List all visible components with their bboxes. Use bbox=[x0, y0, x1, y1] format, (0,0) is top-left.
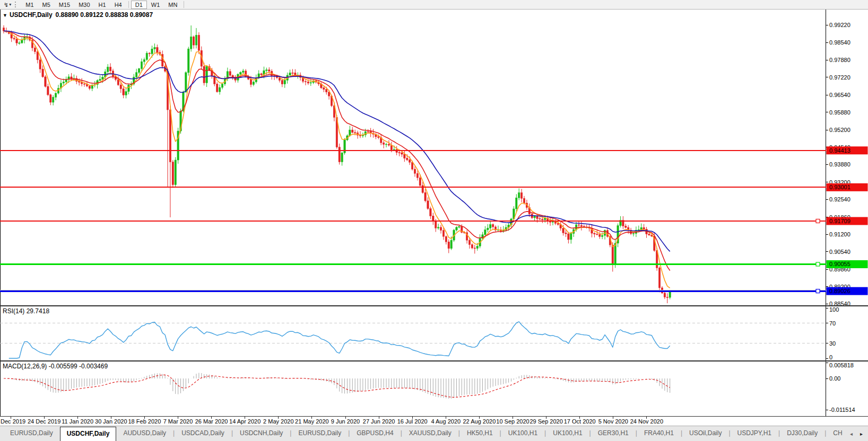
svg-text:0.93880: 0.93880 bbox=[829, 161, 850, 167]
svg-text:0.92540: 0.92540 bbox=[829, 196, 850, 202]
chevron-down-icon[interactable]: ▾ bbox=[9, 2, 13, 7]
svg-text:16 Jul 2020: 16 Jul 2020 bbox=[397, 418, 428, 425]
tab-scroll-arrows: ◂ ▸ bbox=[843, 427, 868, 441]
tab-uk100-h1[interactable]: UK100,H1 bbox=[501, 426, 544, 441]
svg-text:5 Dec 2019: 5 Dec 2019 bbox=[0, 418, 25, 425]
toolbar-separator bbox=[128, 1, 129, 8]
svg-text:0: 0 bbox=[829, 354, 832, 360]
svg-text:0.88540: 0.88540 bbox=[829, 301, 850, 305]
svg-text:30 Jan 2020: 30 Jan 2020 bbox=[95, 418, 127, 425]
svg-text:-0.011514: -0.011514 bbox=[829, 407, 855, 413]
svg-text:0.97220: 0.97220 bbox=[829, 74, 850, 81]
svg-text:0.95880: 0.95880 bbox=[829, 109, 850, 116]
timeframe-button-d1[interactable]: D1 bbox=[131, 1, 147, 9]
rsi-canvas[interactable]: 10070300 bbox=[0, 306, 868, 360]
svg-text:5 Nov 2020: 5 Nov 2020 bbox=[598, 418, 628, 425]
timeframe-button-m1[interactable]: M1 bbox=[21, 1, 38, 9]
tab-usdcnh-daily[interactable]: USDCNH,Daily bbox=[233, 426, 290, 441]
svg-text:7 Mar 2020: 7 Mar 2020 bbox=[163, 418, 193, 425]
tab-xauusd-daily[interactable]: XAUUSD,Daily bbox=[402, 426, 458, 441]
cursor-tool-icon[interactable]: ↯ bbox=[2, 1, 9, 9]
rsi-panel[interactable]: 10070300 RSI(14) 29.7418 bbox=[0, 306, 868, 361]
mt4-window: ↯ ▾ M1M5M15M30H1H4D1W1MN 0.992200.985400… bbox=[0, 0, 868, 441]
ohlc-values: 0.88890 0.89122 0.88838 0.89087 bbox=[56, 11, 153, 19]
toolbar-grip-handle[interactable] bbox=[15, 2, 18, 7]
svg-text:24 Dec 2019: 24 Dec 2019 bbox=[28, 418, 60, 425]
tab-uk100-h1[interactable]: UK100,H1 bbox=[546, 426, 589, 441]
svg-text:0.99220: 0.99220 bbox=[829, 22, 850, 28]
svg-text:70: 70 bbox=[829, 320, 836, 327]
chart-tabs: EURUSD,DailyUSDCHF,DailyAUDUSD,Daily|USD… bbox=[3, 426, 868, 441]
svg-text:9 Jun 2020: 9 Jun 2020 bbox=[331, 418, 360, 425]
chart-title: ▼USDCHF,Daily0.88890 0.89122 0.88838 0.8… bbox=[3, 11, 153, 19]
date-axis: 5 Dec 201924 Dec 201911 Jan 202030 Jan 2… bbox=[0, 417, 868, 426]
tab-scroll-right-icon[interactable]: ▸ bbox=[860, 431, 863, 437]
svg-text:10 Sep 2020: 10 Sep 2020 bbox=[496, 418, 529, 425]
timeframe-button-h4[interactable]: H4 bbox=[110, 1, 126, 9]
tab-eurusd-daily[interactable]: EURUSD,Daily bbox=[3, 426, 60, 441]
svg-text:0.96540: 0.96540 bbox=[829, 92, 850, 98]
tab-usdcad-daily[interactable]: USDCAD,Daily bbox=[175, 426, 231, 441]
macd-canvas[interactable]: 0.0058180.00-0.011514 bbox=[0, 361, 868, 416]
svg-text:0.90055: 0.90055 bbox=[829, 261, 850, 267]
svg-text:0.91709: 0.91709 bbox=[829, 218, 850, 224]
svg-text:21 May 2020: 21 May 2020 bbox=[295, 418, 329, 425]
svg-text:100: 100 bbox=[829, 306, 839, 313]
svg-text:24 Nov 2020: 24 Nov 2020 bbox=[630, 418, 663, 425]
tab-usdjpy-h1[interactable]: USDJPY,H1 bbox=[731, 426, 778, 441]
svg-text:22 Aug 2020: 22 Aug 2020 bbox=[463, 418, 496, 425]
macd-panel[interactable]: 0.0058180.00-0.011514 MACD(12,26,9) -0.0… bbox=[0, 361, 868, 417]
timeframe-toolbar: ↯ ▾ M1M5M15M30H1H4D1W1MN bbox=[0, 0, 868, 10]
svg-text:4 Aug 2020: 4 Aug 2020 bbox=[431, 418, 461, 425]
svg-text:0.98540: 0.98540 bbox=[829, 39, 850, 46]
timeframe-button-w1[interactable]: W1 bbox=[147, 1, 164, 9]
svg-text:0.94413: 0.94413 bbox=[829, 147, 850, 154]
svg-text:0.95200: 0.95200 bbox=[829, 127, 850, 133]
svg-text:14 Apr 2020: 14 Apr 2020 bbox=[229, 418, 261, 425]
tab-eurusd-daily[interactable]: EURUSD,Daily bbox=[291, 426, 348, 441]
svg-text:11 Jan 2020: 11 Jan 2020 bbox=[62, 418, 93, 425]
symbol-period-label: USDCHF,Daily bbox=[10, 11, 53, 19]
tab-scroll-left-icon[interactable]: ◂ bbox=[850, 431, 853, 437]
svg-text:29 Sep 2020: 29 Sep 2020 bbox=[530, 418, 562, 425]
svg-text:0.93001: 0.93001 bbox=[829, 184, 850, 190]
timeframe-buttons: M1M5M15M30H1H4D1W1MN bbox=[21, 1, 186, 9]
timeframe-button-m30[interactable]: M30 bbox=[74, 1, 94, 9]
title-caret-icon[interactable]: ▼ bbox=[3, 13, 7, 18]
tab-usdchf-daily[interactable]: USDCHF,Daily bbox=[60, 427, 117, 441]
svg-text:0.97880: 0.97880 bbox=[829, 57, 850, 63]
rsi-label: RSI(14) 29.7418 bbox=[3, 307, 49, 315]
price-chart-canvas[interactable]: 0.992200.985400.978800.972200.965400.958… bbox=[0, 10, 868, 305]
main-price-chart[interactable]: 0.992200.985400.978800.972200.965400.958… bbox=[0, 10, 868, 306]
svg-text:2 May 2020: 2 May 2020 bbox=[263, 418, 293, 425]
svg-text:30: 30 bbox=[829, 340, 836, 347]
macd-label: MACD(12,26,9) -0.005599 -0.003469 bbox=[3, 363, 108, 370]
svg-text:17 Oct 2020: 17 Oct 2020 bbox=[564, 418, 596, 425]
tab-audusd-daily[interactable]: AUDUSD,Daily bbox=[116, 426, 173, 441]
svg-text:18 Feb 2020: 18 Feb 2020 bbox=[128, 418, 161, 425]
svg-text:27 Jun 2020: 27 Jun 2020 bbox=[363, 418, 395, 425]
tab-ger30-h1[interactable]: GER30,H1 bbox=[591, 426, 636, 441]
toolbar-separator bbox=[184, 1, 184, 8]
svg-text:0.00: 0.00 bbox=[829, 375, 840, 382]
svg-text:0.005818: 0.005818 bbox=[829, 362, 854, 368]
svg-text:0.91200: 0.91200 bbox=[829, 231, 850, 237]
tab-fra40-h1[interactable]: FRA40,H1 bbox=[637, 426, 681, 441]
svg-text:0.90540: 0.90540 bbox=[829, 249, 850, 255]
svg-text:26 Mar 2020: 26 Mar 2020 bbox=[195, 418, 228, 425]
timeframe-button-mn[interactable]: MN bbox=[164, 1, 181, 9]
timeframe-button-h1[interactable]: H1 bbox=[94, 1, 110, 9]
timeframe-button-m15[interactable]: M15 bbox=[55, 1, 74, 9]
timeframe-button-m5[interactable]: M5 bbox=[38, 1, 55, 9]
chart-tab-bar: EURUSD,DailyUSDCHF,DailyAUDUSD,Daily|USD… bbox=[0, 426, 868, 441]
svg-text:0.89026: 0.89026 bbox=[829, 288, 850, 294]
tab-dj30-daily[interactable]: DJ30,Daily bbox=[780, 426, 824, 441]
tab-hk50-h1[interactable]: HK50,H1 bbox=[460, 426, 500, 441]
tab-usoil-daily[interactable]: USOil,Daily bbox=[682, 426, 728, 441]
tab-gbpusd-h4[interactable]: GBPUSD,H4 bbox=[350, 426, 400, 441]
